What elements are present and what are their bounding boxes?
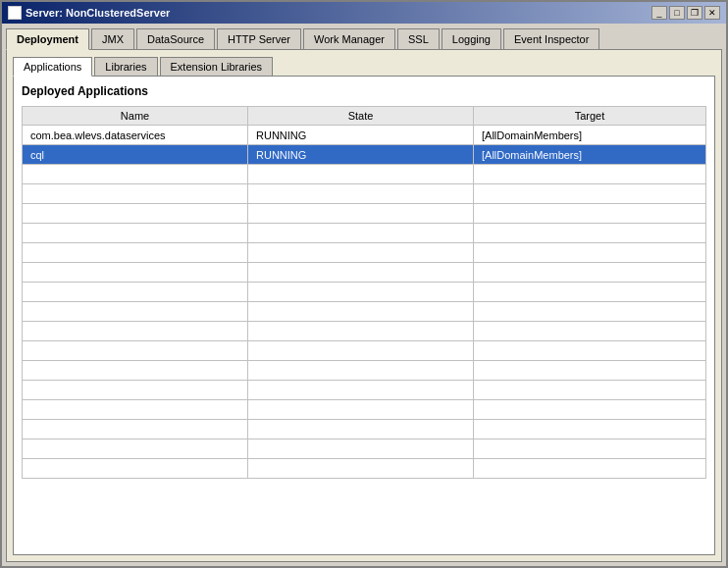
cell-empty bbox=[23, 400, 248, 420]
table-row-empty bbox=[23, 283, 706, 302]
cell-empty bbox=[23, 322, 248, 341]
cell-empty bbox=[474, 459, 706, 479]
table-row[interactable]: cqlRUNNING[AllDomainMembers] bbox=[23, 145, 706, 165]
cell-empty bbox=[474, 420, 706, 439]
top-tab-datasource[interactable]: DataSource bbox=[136, 28, 215, 50]
window-title: Server: NonClusteredServer bbox=[26, 7, 170, 19]
cell-empty bbox=[248, 322, 474, 341]
cell-empty bbox=[474, 224, 706, 243]
cell-empty bbox=[248, 204, 474, 224]
cell-empty bbox=[248, 341, 474, 361]
cell-empty bbox=[248, 184, 474, 204]
cell-empty bbox=[248, 224, 474, 243]
top-tab-work-manager[interactable]: Work Manager bbox=[303, 28, 395, 50]
cell-empty bbox=[23, 341, 248, 361]
table-row-empty bbox=[23, 224, 706, 243]
cell-state: RUNNING bbox=[248, 126, 474, 145]
minimize-button[interactable]: _ bbox=[651, 6, 667, 20]
cell-empty bbox=[23, 302, 248, 322]
cell-empty bbox=[248, 400, 474, 420]
cell-empty bbox=[248, 381, 474, 400]
table-row[interactable]: com.bea.wlevs.dataservicesRUNNING[AllDom… bbox=[23, 126, 706, 145]
cell-empty bbox=[248, 361, 474, 381]
cell-empty bbox=[474, 243, 706, 263]
table-row-empty bbox=[23, 341, 706, 361]
cell-empty bbox=[248, 263, 474, 283]
column-header-target: Target bbox=[474, 107, 706, 126]
table-header-row: Name State Target bbox=[23, 107, 706, 126]
cell-target: [AllDomainMembers] bbox=[474, 126, 706, 145]
close-button[interactable]: ✕ bbox=[704, 6, 720, 20]
restore-button[interactable]: ❐ bbox=[687, 6, 702, 20]
cell-empty bbox=[474, 263, 706, 283]
table-row-empty bbox=[23, 165, 706, 184]
table-row-empty bbox=[23, 243, 706, 263]
inner-tab-applications[interactable]: Applications bbox=[13, 57, 92, 77]
table-header: Name State Target bbox=[23, 107, 706, 126]
cell-empty bbox=[23, 361, 248, 381]
table-row-empty bbox=[23, 459, 706, 479]
cell-empty bbox=[23, 243, 248, 263]
table-row-empty bbox=[23, 400, 706, 420]
cell-empty bbox=[23, 439, 248, 459]
cell-empty bbox=[23, 283, 248, 302]
cell-target: [AllDomainMembers] bbox=[474, 145, 706, 165]
top-tab-http-server[interactable]: HTTP Server bbox=[217, 28, 301, 50]
window-icon bbox=[8, 6, 22, 20]
main-window: Server: NonClusteredServer _ □ ❐ ✕ Deplo… bbox=[0, 0, 728, 568]
top-tab-deployment[interactable]: Deployment bbox=[6, 28, 89, 50]
inner-tab-bar: ApplicationsLibrariesExtension Libraries bbox=[13, 56, 715, 76]
cell-empty bbox=[474, 361, 706, 381]
cell-empty bbox=[474, 439, 706, 459]
cell-empty bbox=[23, 184, 248, 204]
cell-empty bbox=[474, 381, 706, 400]
table-row-empty bbox=[23, 302, 706, 322]
cell-empty bbox=[23, 204, 248, 224]
top-tab-jmx[interactable]: JMX bbox=[91, 28, 134, 50]
top-tab-ssl[interactable]: SSL bbox=[397, 28, 440, 50]
cell-state: RUNNING bbox=[248, 145, 474, 165]
table-row-empty bbox=[23, 322, 706, 341]
column-header-state: State bbox=[248, 107, 474, 126]
table-row-empty bbox=[23, 361, 706, 381]
cell-empty bbox=[248, 420, 474, 439]
top-tab-event-inspector[interactable]: Event Inspector bbox=[503, 28, 599, 50]
cell-empty bbox=[248, 439, 474, 459]
cell-empty bbox=[474, 184, 706, 204]
title-bar-controls: _ □ ❐ ✕ bbox=[651, 6, 720, 20]
cell-empty bbox=[248, 165, 474, 184]
cell-empty bbox=[474, 165, 706, 184]
applications-table: Name State Target com.bea.wlevs.dataserv… bbox=[22, 106, 706, 479]
cell-empty bbox=[474, 204, 706, 224]
cell-empty bbox=[248, 459, 474, 479]
table-row-empty bbox=[23, 381, 706, 400]
cell-empty bbox=[23, 420, 248, 439]
cell-empty bbox=[474, 283, 706, 302]
inner-tab-extension-libraries[interactable]: Extension Libraries bbox=[160, 57, 274, 77]
cell-empty bbox=[248, 243, 474, 263]
section-title: Deployed Applications bbox=[22, 84, 706, 98]
cell-empty bbox=[474, 302, 706, 322]
cell-empty bbox=[23, 165, 248, 184]
cell-empty bbox=[474, 400, 706, 420]
cell-name: com.bea.wlevs.dataservices bbox=[23, 126, 248, 145]
cell-empty bbox=[474, 322, 706, 341]
main-content-area: ApplicationsLibrariesExtension Libraries… bbox=[6, 49, 722, 562]
top-tab-logging[interactable]: Logging bbox=[442, 28, 501, 50]
column-header-name: Name bbox=[23, 107, 248, 126]
cell-empty bbox=[248, 283, 474, 302]
cell-empty bbox=[248, 302, 474, 322]
table-row-empty bbox=[23, 439, 706, 459]
table-row-empty bbox=[23, 420, 706, 439]
inner-tab-libraries[interactable]: Libraries bbox=[94, 57, 157, 77]
cell-empty bbox=[23, 381, 248, 400]
table-row-empty bbox=[23, 263, 706, 283]
maximize-button[interactable]: □ bbox=[669, 6, 685, 20]
cell-empty bbox=[23, 459, 248, 479]
table-row-empty bbox=[23, 204, 706, 224]
table-body: com.bea.wlevs.dataservicesRUNNING[AllDom… bbox=[23, 126, 706, 479]
title-bar: Server: NonClusteredServer _ □ ❐ ✕ bbox=[2, 2, 726, 24]
cell-empty bbox=[474, 341, 706, 361]
cell-empty bbox=[23, 263, 248, 283]
cell-empty bbox=[23, 224, 248, 243]
